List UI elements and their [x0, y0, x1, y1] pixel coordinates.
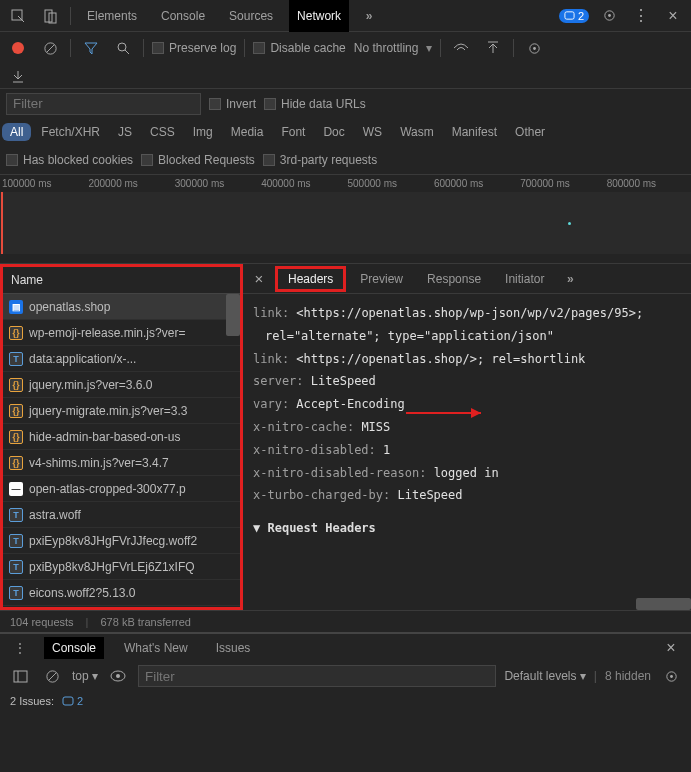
dropdown-caret-icon[interactable]: ▾ [426, 41, 432, 55]
timeline-overview[interactable]: 100000 ms200000 ms300000 ms400000 ms5000… [0, 174, 691, 264]
details-close-icon[interactable]: × [247, 267, 271, 291]
upload-har-icon[interactable] [481, 36, 505, 60]
request-row[interactable]: {}wp-emoji-release.min.js?ver= [3, 320, 240, 346]
filter-ws[interactable]: WS [355, 123, 390, 141]
devtools-tabbar: Elements Console Sources Network » 2 ⋮ × [0, 0, 691, 32]
js-file-icon: {} [9, 430, 23, 444]
filter-wasm[interactable]: Wasm [392, 123, 442, 141]
svg-point-9 [118, 43, 126, 51]
header-link-2: <https://openatlas.shop/>; rel=shortlink [296, 352, 585, 366]
request-row[interactable]: TpxiByp8kv8JHgFVrLEj6Z1xIFQ [3, 554, 240, 580]
filter-fetch[interactable]: Fetch/XHR [33, 123, 108, 141]
timeline-request-dot [568, 222, 571, 225]
console-sidebar-toggle-icon[interactable] [8, 664, 32, 688]
scrollbar-thumb[interactable] [226, 294, 240, 336]
more-tabs-icon[interactable]: » [357, 4, 381, 28]
filter-js[interactable]: JS [110, 123, 140, 141]
request-row[interactable]: ▤openatlas.shop [3, 294, 240, 320]
drawer-tab-whatsnew[interactable]: What's New [116, 637, 196, 659]
issues-count: 2 [77, 695, 83, 707]
header-link-1: <https://openatlas.shop/wp-json/wp/v2/pa… [265, 306, 643, 343]
issues-badge[interactable]: 2 [559, 9, 589, 23]
css-file-icon: T [9, 352, 23, 366]
details-scroll-thumb[interactable] [636, 598, 691, 610]
tab-sources[interactable]: Sources [221, 0, 281, 32]
third-party-checkbox[interactable]: 3rd-party requests [263, 153, 377, 167]
headers-tab[interactable]: Headers [275, 266, 346, 292]
tab-network[interactable]: Network [289, 0, 349, 32]
network-conditions-icon[interactable] [449, 36, 473, 60]
console-filter-input[interactable] [138, 665, 496, 687]
log-levels-dropdown[interactable]: Default levels ▾ [504, 669, 585, 683]
request-name: openatlas.shop [29, 300, 110, 314]
svg-point-6 [12, 42, 24, 54]
preserve-log-checkbox[interactable]: Preserve log [152, 41, 236, 55]
preview-tab[interactable]: Preview [350, 269, 413, 289]
request-row[interactable]: Tdata:application/x-... [3, 346, 240, 372]
clear-icon[interactable] [38, 36, 62, 60]
request-row[interactable]: {}jquery.min.js?ver=3.6.0 [3, 372, 240, 398]
filter-doc[interactable]: Doc [315, 123, 352, 141]
drawer-close-icon[interactable]: × [659, 636, 683, 660]
record-icon[interactable] [6, 36, 30, 60]
filter-font[interactable]: Font [273, 123, 313, 141]
hidden-messages[interactable]: 8 hidden [605, 669, 651, 683]
request-list-body: ▤openatlas.shop{}wp-emoji-release.min.js… [3, 294, 240, 607]
disable-cache-checkbox[interactable]: Disable cache [253, 41, 345, 55]
request-row[interactable]: {}hide-admin-bar-based-on-us [3, 424, 240, 450]
filter-css[interactable]: CSS [142, 123, 183, 141]
inspect-icon[interactable] [6, 4, 30, 28]
initiator-tab[interactable]: Initiator [495, 269, 554, 289]
name-column-header[interactable]: Name [3, 267, 240, 294]
execution-context-dropdown[interactable]: top ▾ [72, 669, 98, 683]
issues-summary[interactable]: 2 Issues: 2 [0, 690, 691, 712]
filter-funnel-icon[interactable] [79, 36, 103, 60]
header-vary: Accept-Encoding [296, 397, 404, 411]
blocked-cookies-checkbox[interactable]: Has blocked cookies [6, 153, 133, 167]
hide-data-urls-checkbox[interactable]: Hide data URLs [264, 97, 366, 111]
request-row[interactable]: Teicons.woff2?5.13.0 [3, 580, 240, 606]
network-main-panel: Name ▤openatlas.shop{}wp-emoji-release.m… [0, 264, 691, 610]
request-headers-title[interactable]: ▼ Request Headers [253, 517, 681, 540]
js-file-icon: {} [9, 326, 23, 340]
request-row[interactable]: —open-atlas-cropped-300x77.p [3, 476, 240, 502]
console-toolbar: top ▾ Default levels ▾ | 8 hidden [0, 662, 691, 690]
timeline-ticks: 100000 ms200000 ms300000 ms400000 ms5000… [0, 175, 691, 192]
live-expression-icon[interactable] [106, 664, 130, 688]
request-name: eicons.woff2?5.13.0 [29, 586, 136, 600]
filter-other[interactable]: Other [507, 123, 553, 141]
request-row[interactable]: Tastra.woff [3, 502, 240, 528]
tab-console[interactable]: Console [153, 0, 213, 32]
settings-gear-icon[interactable] [597, 4, 621, 28]
response-tab[interactable]: Response [417, 269, 491, 289]
type-filter-row: All Fetch/XHR JS CSS Img Media Font Doc … [0, 118, 691, 146]
throttling-dropdown[interactable]: No throttling [354, 41, 419, 55]
request-filter-input[interactable] [6, 93, 201, 115]
blocked-requests-checkbox[interactable]: Blocked Requests [141, 153, 255, 167]
console-clear-icon[interactable] [40, 664, 64, 688]
kebab-menu-icon[interactable]: ⋮ [629, 4, 653, 28]
filter-manifest[interactable]: Manifest [444, 123, 505, 141]
filter-media[interactable]: Media [223, 123, 272, 141]
tab-elements[interactable]: Elements [79, 0, 145, 32]
drawer-tab-issues[interactable]: Issues [208, 637, 259, 659]
close-icon[interactable]: × [661, 4, 685, 28]
request-row[interactable]: {}v4-shims.min.js?ver=3.4.7 [3, 450, 240, 476]
header-x-turbo: LiteSpeed [398, 488, 463, 502]
console-settings-gear-icon[interactable] [659, 664, 683, 688]
request-row[interactable]: TpxiEyp8kv8JHgFVrJJfecg.woff2 [3, 528, 240, 554]
filter-all[interactable]: All [2, 123, 31, 141]
download-har-icon[interactable] [6, 64, 30, 88]
request-row[interactable]: {}jquery-migrate.min.js?ver=3.3 [3, 398, 240, 424]
request-name: hide-admin-bar-based-on-us [29, 430, 180, 444]
network-settings-gear-icon[interactable] [522, 36, 546, 60]
device-toggle-icon[interactable] [38, 4, 62, 28]
drawer-kebab-icon[interactable]: ⋮ [8, 636, 32, 660]
drawer-tabbar: ⋮ Console What's New Issues × [0, 634, 691, 662]
invert-checkbox[interactable]: Invert [209, 97, 256, 111]
details-more-tabs-icon[interactable]: » [558, 267, 582, 291]
search-icon[interactable] [111, 36, 135, 60]
svg-rect-3 [565, 12, 574, 19]
drawer-tab-console[interactable]: Console [44, 637, 104, 659]
filter-img[interactable]: Img [185, 123, 221, 141]
